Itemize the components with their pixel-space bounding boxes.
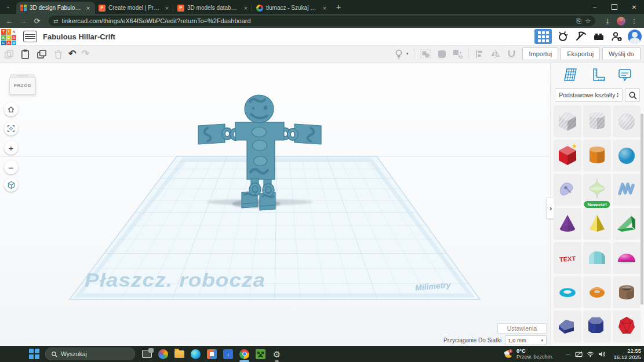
shape-scribble[interactable] [554,174,581,206]
lego-brick-icon[interactable] [592,30,606,43]
design-title[interactable]: Fabulous Hillar-Crift [43,32,115,41]
touch-keyboard-icon[interactable] [575,351,583,357]
notes-panel-icon[interactable] [617,66,633,83]
panel-scrollbar[interactable] [641,114,643,305]
shape-sphere-hole[interactable] [613,105,641,137]
browser-profile-avatar[interactable] [617,17,625,25]
wifi-icon[interactable] [587,351,594,357]
start-button[interactable] [28,348,41,360]
tray-chevron-icon[interactable]: ︿ [565,350,571,358]
tab-search-chevron-icon[interactable]: ⌄ [3,2,13,12]
shape-spinner[interactable]: Nowość! [583,174,611,206]
shape-torus-thin[interactable] [554,276,581,308]
store-button[interactable] [206,348,218,360]
app-installer-button[interactable]: ↓ [222,348,234,360]
maximize-button[interactable] [605,0,624,14]
break-apart-icon[interactable] [452,49,463,59]
browser-tab[interactable]: PCreate model | Printables.com× [95,2,174,14]
group-icon[interactable] [420,49,431,59]
browser-tab[interactable]: 3D design Fabulous Hillar-Crift× [16,2,95,14]
shape-paraboloid[interactable] [613,242,641,274]
view-cube[interactable]: GÓRA PRZÓD [9,70,36,94]
copy-icon[interactable] [3,49,14,60]
show-all-caret-icon[interactable]: ▾ [406,52,409,56]
zoom-out-button[interactable]: − [4,160,18,174]
forward-button[interactable]: → [17,17,29,25]
show-all-icon[interactable] [394,49,403,59]
close-button[interactable]: ✕ [624,0,644,14]
workplane-panel-icon[interactable] [562,66,579,83]
widgets-button[interactable] [157,348,169,360]
import-button[interactable]: Importuj [522,47,558,60]
downloads-icon[interactable]: ⭳ [605,17,611,24]
ruler-panel-icon[interactable] [590,66,607,83]
minimize-button[interactable]: – [585,0,605,14]
sim-lab-icon[interactable] [556,30,570,43]
fit-view-button[interactable] [4,122,18,136]
site-settings-icon[interactable]: ⇄ [53,18,58,24]
taskbar-search[interactable]: Wyszukaj [45,348,135,360]
tab-close-icon[interactable]: × [85,5,92,12]
back-button[interactable]: ← [3,17,15,25]
shape-category-select[interactable]: Podstawowe kształty ▴▾ [555,88,623,102]
invite-person-icon[interactable] [610,30,624,43]
shape-tube[interactable] [613,276,641,308]
tinkercad-logo[interactable]: TIN KER CAD [1,29,16,44]
shape-wedge[interactable] [613,208,641,240]
address-bar[interactable]: ⇄ tinkercad.com/things/eX64fSoWbPC/edit?… [49,16,595,26]
browser-tab[interactable]: tłumacz - Szukaj w Google× [253,2,332,14]
file-explorer-button[interactable] [173,348,185,360]
shape-cone[interactable] [554,208,581,240]
snap-grid-select[interactable]: 1,0 mm ▼ [505,335,547,345]
settings-app-button[interactable]: ⚙ [271,348,283,360]
view-cube-front-face[interactable]: PRZÓD [9,78,36,94]
shape-polygon[interactable] [554,310,581,342]
delete-icon[interactable] [53,49,63,60]
shape-pyramid[interactable] [583,208,611,240]
tab-close-icon[interactable]: × [321,5,328,12]
minecraft-button[interactable] [254,348,267,360]
magnet-icon[interactable] [506,49,517,59]
shape-hexagonal-prism[interactable] [583,310,611,342]
reload-button[interactable]: ⟳ [31,17,43,25]
shape-half-cylinder[interactable] [583,242,611,274]
tab-close-icon[interactable]: × [163,5,170,12]
design-menu-icon[interactable] [23,31,37,42]
url-text[interactable]: tinkercad.com/things/eX64fSoWbPC/edit?re… [61,17,250,24]
shape-cylinder[interactable] [583,140,611,171]
home-view-button[interactable] [4,103,18,116]
shape-search-button[interactable] [625,88,640,102]
perspective-toggle-button[interactable] [4,178,18,192]
undo-icon[interactable]: ↶ [68,49,76,58]
export-button[interactable]: Eksportuj [561,47,600,60]
paste-icon[interactable] [20,49,31,60]
weather-widget[interactable]: 1 0°C Przew. bezchm. [503,348,554,360]
shape-box[interactable]: ★ [554,140,581,171]
duplicate-icon[interactable] [36,49,48,60]
user-avatar[interactable] [628,30,642,43]
mirror-icon[interactable] [489,49,501,59]
redo-icon[interactable]: ↷ [81,49,89,58]
gingerbread-model[interactable] [191,87,326,221]
ungroup-icon[interactable] [436,49,447,59]
volume-icon[interactable] [598,351,606,357]
browser-menu-icon[interactable]: ⋮ [631,18,637,24]
chrome-button[interactable] [238,348,250,360]
dashboard-grid-button[interactable] [534,29,552,44]
settings-button[interactable]: Ustawienia [497,323,547,334]
zoom-in-button[interactable]: + [4,141,18,155]
shape-text[interactable]: TEXT [554,242,581,274]
minecraft-pickaxe-icon[interactable] [574,30,588,43]
send-to-device-icon[interactable]: ⎘ [576,17,581,25]
align-icon[interactable] [474,49,484,59]
bookmark-star-icon[interactable]: ☆ [585,17,591,25]
browser-tab[interactable]: P3D models database | Printables.com× [174,2,253,14]
tab-close-icon[interactable]: × [242,5,249,12]
taskbar-clock[interactable]: 22:55 16.12.2025 [613,348,641,360]
send-to-button[interactable]: Wyślij do [602,47,641,60]
edge-button[interactable] [190,348,202,360]
shape-torus[interactable] [583,276,611,308]
3d-canvas[interactable]: Płaszcz. robocza Milimetry [0,63,550,347]
shape-squiggle[interactable] [613,174,641,206]
task-view-button[interactable] [141,348,153,360]
